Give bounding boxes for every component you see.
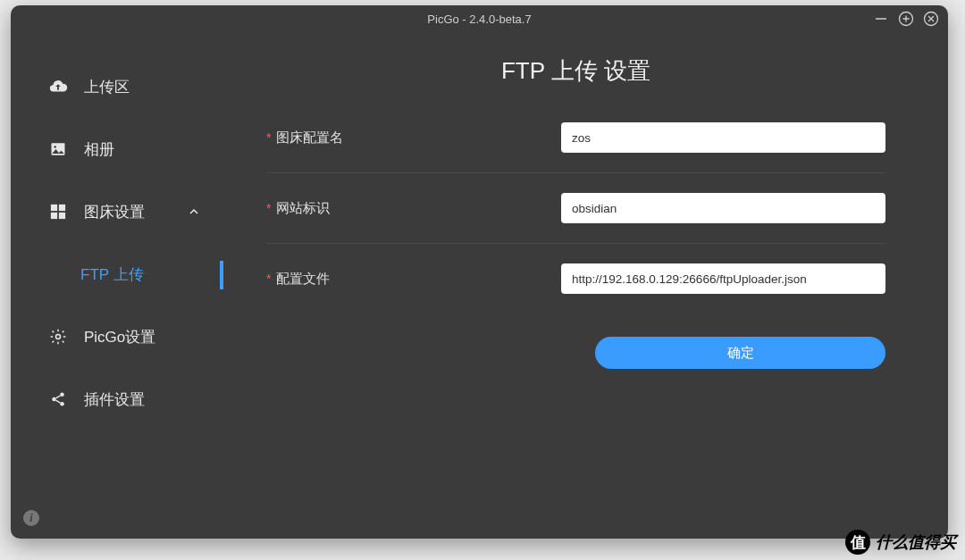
form-label: * 配置文件 [266, 271, 561, 288]
gear-icon [48, 327, 68, 347]
info-icon[interactable]: i [23, 510, 39, 526]
sidebar: 上传区 相册 图床设置 FTP 上传 [11, 32, 232, 539]
titlebar: PicGo - 2.4.0-beta.7 [11, 5, 948, 32]
site-id-input[interactable] [561, 193, 885, 223]
sidebar-item-label: 插件设置 [84, 389, 145, 410]
svg-rect-11 [51, 213, 57, 219]
window-controls [873, 5, 939, 32]
sidebar-item-label: 相册 [84, 139, 114, 160]
form-label: * 网站标识 [266, 200, 561, 217]
form-row-site-id: * 网站标识 [266, 173, 885, 244]
svg-rect-12 [59, 213, 65, 219]
app-window: PicGo - 2.4.0-beta.7 上传区 [11, 5, 948, 539]
form-row-config-file: * 配置文件 [266, 244, 885, 313]
config-name-input[interactable] [561, 122, 885, 153]
svg-rect-10 [59, 205, 65, 211]
label-text: 配置文件 [276, 271, 330, 288]
image-icon [48, 139, 68, 159]
sidebar-item-upload[interactable]: 上传区 [11, 55, 232, 118]
label-text: 图床配置名 [276, 130, 343, 146]
share-icon [48, 389, 68, 409]
sidebar-item-plugins[interactable]: 插件设置 [11, 368, 232, 430]
sidebar-item-label: PicGo设置 [84, 327, 155, 347]
page-title: FTP 上传 设置 [266, 55, 885, 87]
sidebar-subitem-ftp[interactable]: FTP 上传 [11, 243, 232, 305]
main-panel: FTP 上传 设置 * 图床配置名 * 网站标识 * 配置文件 [232, 32, 948, 539]
add-button[interactable] [898, 11, 914, 27]
svg-point-16 [60, 402, 64, 406]
form-label: * 图床配置名 [266, 130, 561, 146]
active-indicator [220, 261, 223, 289]
config-file-input[interactable] [561, 263, 885, 294]
body: 上传区 相册 图床设置 FTP 上传 [11, 32, 948, 539]
sidebar-item-label: 图床设置 [84, 202, 145, 222]
svg-point-13 [56, 335, 61, 339]
label-text: 网站标识 [276, 200, 330, 217]
svg-rect-9 [51, 205, 57, 211]
required-mark: * [266, 130, 271, 145]
watermark-badge: 值 [845, 530, 870, 555]
sidebar-item-gallery[interactable]: 相册 [11, 118, 232, 180]
sidebar-item-settings[interactable]: PicGo设置 [11, 305, 232, 368]
required-mark: * [266, 272, 271, 286]
watermark-text: 什么值得买 [876, 531, 956, 553]
svg-point-8 [54, 146, 56, 148]
submit-button[interactable]: 确定 [595, 337, 885, 369]
chevron-up-icon [188, 205, 200, 218]
submit-row: 确定 [266, 337, 885, 369]
cloud-upload-icon [48, 77, 68, 96]
svg-point-15 [52, 397, 56, 402]
required-mark: * [266, 201, 271, 215]
window-title: PicGo - 2.4.0-beta.7 [427, 13, 531, 26]
minimize-button[interactable] [873, 11, 889, 27]
grid-icon [48, 202, 68, 221]
sidebar-item-label: 上传区 [84, 77, 130, 97]
form-row-config-name: * 图床配置名 [266, 103, 885, 173]
sidebar-item-picbed[interactable]: 图床设置 [11, 180, 232, 243]
watermark: 值 什么值得买 [845, 530, 956, 555]
svg-point-14 [60, 393, 64, 397]
sidebar-item-label: FTP 上传 [80, 264, 144, 285]
close-button[interactable] [923, 11, 939, 27]
